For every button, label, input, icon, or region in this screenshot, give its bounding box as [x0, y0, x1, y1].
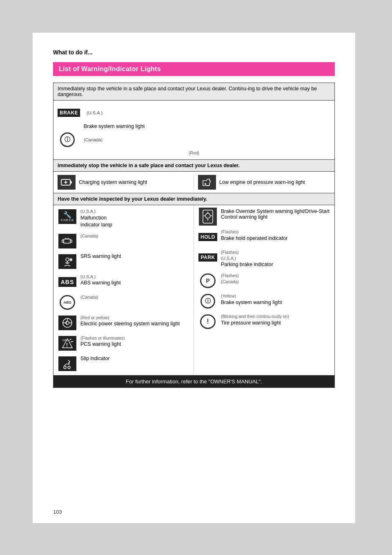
check-text: (U.S.A.) Malfunction indicator lamp: [80, 208, 112, 229]
charging-oil-row: Charging system warning light Low engine…: [53, 172, 334, 193]
slip-label: Slip indicator: [80, 356, 110, 361]
page-number: 103: [53, 509, 62, 515]
steering-icon: !: [58, 315, 77, 331]
brake-override-icon: [198, 208, 218, 225]
svg-text:!: !: [66, 342, 68, 348]
brake-override-label: Brake Override System warning light/Driv…: [221, 208, 330, 220]
brake-canada-label: (Canada): [84, 137, 102, 142]
svg-text:OFF: OFF: [62, 339, 68, 342]
brake-icon-usa: BRAKE: [58, 105, 80, 121]
engine-icon: [58, 233, 77, 249]
section-title: What to do if...: [53, 49, 335, 56]
tire-pressure-entry: ! (Blinking and then continu-ously on) T…: [198, 313, 330, 330]
brake-section: BRAKE (U.S.A.) Brake system warning ligh…: [53, 101, 334, 160]
abs-text: (U.S.A.) ABS warning light: [80, 274, 121, 287]
engine-canada-entry: (Canada): [58, 233, 189, 249]
pcs-entry: ! OFF (Flashes or illuminates) PCS warni…: [58, 335, 189, 351]
srs-icon: ✱: [58, 253, 77, 270]
inspect-header: Have the vehicle inspected by your Lexus…: [53, 193, 334, 205]
park-usa-text: (Flashes) (U.S.A.) Parking brake indicat…: [221, 249, 273, 269]
hold-icon: HOLD: [198, 229, 218, 245]
stop-short-header: Immediately stop the vehicle in a safe p…: [53, 160, 334, 172]
park-canada-entry: P (Flashes) (Canada): [198, 273, 330, 289]
svg-rect-7: [62, 240, 64, 242]
engine-canada-text: (Canada): [80, 233, 98, 239]
park-icon-canada: P: [198, 273, 218, 289]
slip-icon: [58, 356, 77, 372]
svg-rect-1: [70, 181, 72, 184]
inspect-body: 🔧 CHECK (U.S.A.) Malfunction indicator l…: [53, 205, 334, 375]
brake-usa-label: (U.S.A.): [87, 110, 102, 115]
charging-icon: [58, 175, 76, 190]
pcs-icon: ! OFF: [58, 335, 77, 351]
charging-label: Charging system warning light: [79, 179, 147, 185]
slip-entry: Slip indicator: [58, 356, 189, 372]
svg-text:!: !: [66, 320, 67, 326]
brake-yellow-icon: ⓘ: [198, 293, 218, 309]
abs-canada-text: (Canada): [80, 294, 98, 300]
inspect-right: Brake Override System warning light/Driv…: [194, 205, 334, 375]
hold-entry: HOLD (Flashes) Brake hold operated indic…: [198, 229, 330, 245]
svg-point-30: [205, 213, 210, 218]
svg-point-28: [64, 366, 66, 369]
brake-override-entry: Brake Override System warning light/Driv…: [198, 208, 330, 225]
svg-rect-6: [64, 239, 70, 243]
abs-canada-entry: ABS (Canada): [58, 294, 189, 311]
brake-description-row: Brake system warning light: [58, 123, 330, 129]
brake-icon-canada: ⓘ: [58, 132, 77, 148]
abs-canada-icon: ABS: [58, 294, 77, 311]
srs-entry: ✱ SRS warning light: [58, 253, 189, 270]
brake-red-label: (Red): [58, 150, 330, 155]
oil-cell: Low engine oil pressure warn-ing light: [194, 175, 330, 190]
check-icon: 🔧 CHECK: [58, 208, 77, 225]
charging-cell: Charging system warning light: [58, 175, 194, 190]
hold-text: (Flashes) Brake hold operated indicator: [221, 229, 287, 242]
oil-icon: [198, 175, 216, 190]
tire-pressure-icon: !: [198, 313, 218, 330]
abs-icon: ABS: [58, 274, 77, 290]
brake-yellow-text: (Yellow) Brake system warning light: [221, 293, 282, 306]
brake-usa-row: BRAKE (U.S.A.): [58, 105, 330, 121]
steering-text: (Red or yellow) Electric power steering …: [80, 315, 180, 328]
main-page: What to do if... List of Warning/Indicat…: [33, 33, 355, 523]
warning-lights-table: Immediately stop the vehicle in a safe p…: [53, 83, 335, 388]
brake-yellow-entry: ⓘ (Yellow) Brake system warning light: [198, 293, 330, 309]
stop-full-header: Immediately stop the vehicle in a safe p…: [53, 83, 334, 101]
pcs-text: (Flashes or illuminates) PCS warning lig…: [80, 335, 125, 348]
svg-point-27: [68, 366, 70, 369]
svg-text:✱: ✱: [69, 258, 73, 262]
check-entry: 🔧 CHECK (U.S.A.) Malfunction indicator l…: [58, 208, 189, 229]
footer-bar: For further information, refer to the "O…: [53, 375, 334, 387]
oil-label: Low engine oil pressure warn-ing light: [219, 179, 305, 185]
steering-entry: ! (Red or yellow) Electric power steerin…: [58, 315, 189, 331]
park-usa-entry: PARK (Flashes) (U.S.A.) Parking brake in…: [198, 249, 330, 269]
brake-system-label: Brake system warning light: [84, 123, 145, 129]
tire-pressure-text: (Blinking and then continu-ously on) Tir…: [221, 313, 289, 327]
svg-rect-8: [70, 240, 72, 242]
inspect-left: 🔧 CHECK (U.S.A.) Malfunction indicator l…: [53, 205, 194, 375]
brake-canada-row: ⓘ (Canada): [58, 132, 330, 148]
svg-point-4: [205, 183, 206, 185]
srs-label: SRS warning light: [80, 253, 121, 259]
park-icon-usa: PARK: [198, 249, 218, 266]
pink-header: List of Warning/Indicator Lights: [53, 62, 335, 76]
park-canada-text: (Flashes) (Canada): [221, 273, 239, 284]
abs-entry: ABS (U.S.A.) ABS warning light: [58, 274, 189, 290]
